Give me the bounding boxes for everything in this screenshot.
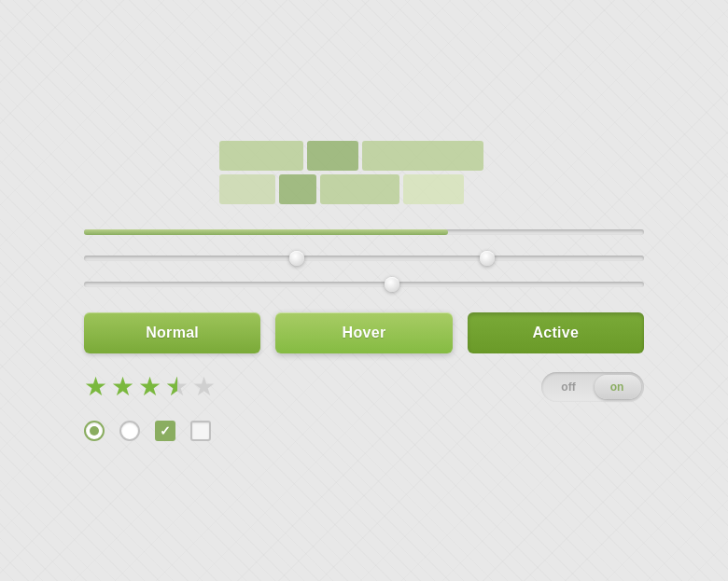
toggle-switch[interactable]: off on [541, 372, 644, 402]
star-1[interactable]: ★ [84, 374, 107, 400]
swatch-green-mid-2 [279, 174, 316, 204]
swatch-green-pale-1 [219, 174, 275, 204]
slider-3-track [84, 282, 644, 287]
toggle-off-label: off [544, 380, 593, 394]
checkbox-1-checked[interactable]: ✓ [155, 421, 175, 441]
toggle-on-label: on [593, 380, 641, 394]
slider-3-thumb[interactable] [385, 277, 399, 292]
slider-2-thumb-left[interactable] [289, 251, 304, 266]
color-swatches [219, 141, 509, 204]
star-3[interactable]: ★ [138, 374, 161, 400]
sliders-section [75, 223, 653, 294]
slider-2[interactable] [84, 249, 644, 268]
hover-button[interactable]: Hover [275, 312, 452, 353]
star-2[interactable]: ★ [111, 374, 134, 400]
radio-2-unselected[interactable] [119, 421, 140, 441]
checkbox-2-unchecked[interactable] [190, 421, 211, 441]
star-5[interactable]: ★ [192, 374, 216, 400]
swatch-row-2 [219, 174, 464, 204]
active-button[interactable]: Active [468, 312, 644, 353]
slider-2-thumb-right[interactable] [480, 251, 495, 266]
swatch-green-light-3 [320, 174, 399, 204]
swatch-green-light-1 [219, 141, 303, 171]
extras-row: ★ ★ ★ ★ ★ ★ off on [75, 372, 653, 402]
swatch-green-pale-2 [403, 174, 464, 204]
slider-1-fill [84, 229, 448, 235]
swatch-green-mid-1 [307, 141, 358, 171]
star-4-half[interactable]: ★ ★ [165, 374, 189, 400]
slider-1[interactable] [84, 223, 644, 242]
buttons-row: Normal Hover Active [75, 312, 653, 353]
slider-3[interactable] [84, 275, 644, 294]
radio-1-selected[interactable] [84, 421, 105, 441]
controls-row: ✓ [75, 421, 653, 441]
slider-2-track [84, 256, 644, 261]
normal-button[interactable]: Normal [84, 312, 260, 353]
slider-1-track [84, 229, 644, 235]
swatch-green-light-2 [362, 141, 483, 171]
swatch-row-1 [219, 141, 483, 171]
main-container: Normal Hover Active ★ ★ ★ ★ ★ ★ off on ✓ [75, 141, 653, 441]
star-rating[interactable]: ★ ★ ★ ★ ★ ★ [84, 374, 216, 400]
